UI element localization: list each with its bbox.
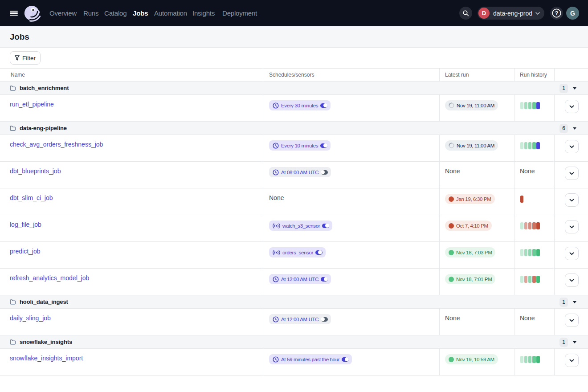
svg-text:?: ? bbox=[555, 10, 559, 16]
